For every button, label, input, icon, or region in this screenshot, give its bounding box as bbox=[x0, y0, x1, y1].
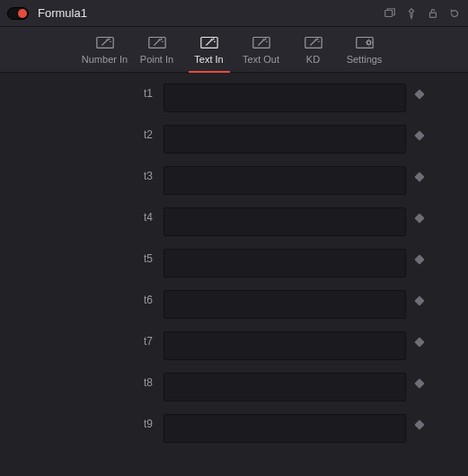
fields-area: t1t2t3t4t5t6t7t8t9 bbox=[0, 73, 468, 443]
field-row: t2 bbox=[0, 125, 454, 154]
field-row: t1 bbox=[0, 84, 454, 112]
keyframe-button[interactable] bbox=[406, 125, 433, 139]
keyframe-button[interactable] bbox=[406, 373, 433, 387]
field-label: t9 bbox=[0, 414, 163, 430]
keyframe-button[interactable] bbox=[406, 166, 433, 181]
wand-icon bbox=[147, 34, 167, 50]
tab-label: Number In bbox=[82, 54, 128, 65]
keyframe-button[interactable] bbox=[406, 414, 433, 428]
tab-label: Point In bbox=[140, 54, 173, 65]
field-row: t5 bbox=[0, 249, 454, 278]
text-input-t1[interactable] bbox=[163, 84, 406, 112]
keyframe-button[interactable] bbox=[406, 207, 433, 222]
diamond-icon bbox=[414, 378, 424, 388]
enable-toggle[interactable] bbox=[7, 7, 29, 20]
keyframe-button[interactable] bbox=[406, 290, 433, 304]
wand-icon bbox=[252, 34, 271, 50]
diamond-icon bbox=[414, 337, 424, 347]
diamond-icon bbox=[414, 419, 424, 429]
field-row: t6 bbox=[0, 290, 454, 319]
field-row: t8 bbox=[0, 373, 454, 401]
field-label: t3 bbox=[0, 166, 163, 182]
tab-number-in[interactable]: Number In bbox=[79, 34, 131, 72]
field-label: t8 bbox=[0, 373, 163, 389]
text-input-t9[interactable] bbox=[163, 414, 406, 443]
field-row: t4 bbox=[0, 207, 454, 236]
field-label: t7 bbox=[0, 331, 163, 348]
tab-settings[interactable]: Settings bbox=[340, 34, 390, 72]
tab-text-in[interactable]: Text In bbox=[183, 34, 235, 72]
tab-label: Text Out bbox=[243, 54, 279, 65]
field-label: t6 bbox=[0, 290, 163, 306]
field-label: t4 bbox=[0, 207, 163, 224]
diamond-icon bbox=[414, 130, 424, 140]
text-input-t8[interactable] bbox=[163, 373, 406, 401]
tab-label: KD bbox=[306, 54, 320, 65]
reset-icon[interactable] bbox=[448, 7, 461, 20]
tab-kd[interactable]: KD bbox=[287, 34, 340, 72]
text-input-t4[interactable] bbox=[163, 207, 406, 236]
svg-rect-1 bbox=[430, 13, 437, 17]
keyframe-button[interactable] bbox=[406, 331, 433, 346]
field-row: t9 bbox=[0, 414, 454, 443]
gear-icon bbox=[355, 34, 375, 50]
tab-label: Text In bbox=[194, 54, 223, 65]
text-input-t7[interactable] bbox=[163, 331, 406, 360]
tab-bar: Number InPoint InText InText OutKDSettin… bbox=[0, 27, 468, 73]
field-label: t5 bbox=[0, 249, 163, 265]
field-label: t2 bbox=[0, 125, 163, 141]
field-label: t1 bbox=[0, 84, 163, 100]
diamond-icon bbox=[414, 89, 424, 99]
lock-icon[interactable] bbox=[427, 7, 439, 20]
keyframe-button[interactable] bbox=[406, 84, 433, 98]
tab-label: Settings bbox=[347, 54, 383, 65]
field-row: t7 bbox=[0, 331, 454, 360]
node-title: Formula1 bbox=[38, 6, 87, 20]
field-row: t3 bbox=[0, 166, 454, 195]
diamond-icon bbox=[414, 254, 424, 264]
diamond-icon bbox=[414, 172, 424, 181]
text-input-t3[interactable] bbox=[163, 166, 406, 195]
diamond-icon bbox=[414, 295, 424, 305]
svg-rect-0 bbox=[385, 10, 393, 16]
svg-point-8 bbox=[366, 40, 370, 44]
window-icon[interactable] bbox=[384, 7, 396, 20]
tab-point-in[interactable]: Point In bbox=[131, 34, 183, 72]
wand-icon bbox=[199, 34, 219, 50]
inspector-header: Formula1 bbox=[0, 0, 468, 27]
tab-text-out[interactable]: Text Out bbox=[235, 34, 287, 72]
text-input-t6[interactable] bbox=[163, 290, 406, 319]
text-input-t2[interactable] bbox=[163, 125, 406, 154]
text-input-t5[interactable] bbox=[163, 249, 406, 278]
wand-icon bbox=[95, 34, 115, 50]
keyframe-button[interactable] bbox=[406, 249, 433, 263]
diamond-icon bbox=[414, 213, 424, 223]
pin-icon[interactable] bbox=[405, 7, 418, 20]
wand-icon bbox=[304, 34, 323, 50]
